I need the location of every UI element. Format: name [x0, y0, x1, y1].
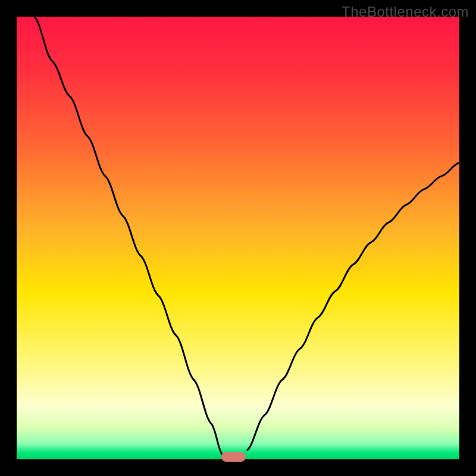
right-curve — [247, 163, 459, 451]
left-curve — [35, 17, 223, 455]
watermark-text: TheBottleneck.com — [342, 4, 469, 20]
bottleneck-marker — [221, 452, 246, 462]
curve-overlay — [17, 17, 459, 459]
chart-container: TheBottleneck.com — [0, 0, 476, 476]
plot-area — [17, 17, 459, 459]
